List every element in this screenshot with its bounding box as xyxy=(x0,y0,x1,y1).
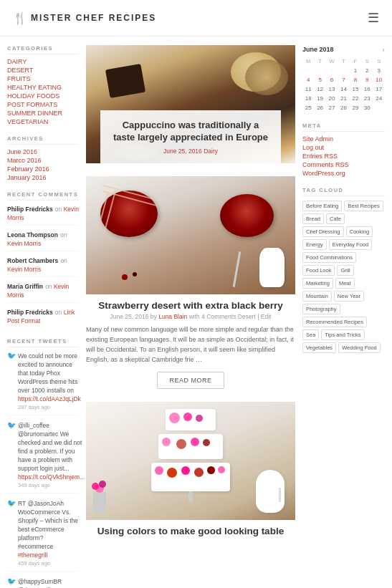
tag-recommended-recipes[interactable]: Recommended Recipes xyxy=(302,317,367,327)
tag-cooking[interactable]: Cooking xyxy=(346,226,373,237)
tag-energy[interactable]: Energy xyxy=(302,239,327,250)
meta-entries-rss[interactable]: Entries RSS xyxy=(302,153,385,160)
tag-chef-dressing[interactable]: Chef Dressing xyxy=(302,226,344,237)
tag-wedding-food[interactable]: Wedding Food xyxy=(338,342,381,353)
tag-tips-tricks[interactable]: Tips and Tricks xyxy=(321,329,364,340)
twitter-bird-icon: 🐦 xyxy=(7,352,16,410)
tag-food-combinations[interactable]: Food Combinations xyxy=(302,252,356,263)
twitter-bird-icon: 🐦 xyxy=(7,577,16,588)
tag-vegetables[interactable]: Vegetables xyxy=(302,342,336,353)
category-vegetarian[interactable]: VEGETARIAN xyxy=(7,118,79,125)
calendar-next-icon[interactable]: › xyxy=(382,45,385,54)
category-dairy[interactable]: DAIRY xyxy=(7,58,79,65)
tag-grill[interactable]: Grill xyxy=(337,265,353,276)
meta-log-out[interactable]: Log out xyxy=(302,144,385,151)
tag-cafe[interactable]: Cafe xyxy=(326,213,345,224)
tag-cloud-list: Before Eating Best Recipes Bread Cafe Ch… xyxy=(302,201,385,353)
tweet-link[interactable]: https://t.co/QVk5hnjem... xyxy=(18,473,85,481)
comment-item: Maria Griffin on Kevin Morris xyxy=(7,281,79,303)
tag-best-recipes[interactable]: Best Recipes xyxy=(344,201,383,211)
meta-site-admin[interactable]: Site Admin xyxy=(302,135,385,143)
article-1-overlay: Cappuccino was traditionally a taste lar… xyxy=(100,110,281,163)
comment-link[interactable]: Kevin Morris xyxy=(7,240,41,247)
comment-on: on xyxy=(60,257,67,264)
article-2-category[interactable]: Desert xyxy=(238,313,256,320)
tag-before-eating[interactable]: Before Eating xyxy=(302,201,342,211)
main-layout: CATEGORIES DAIRY DESERT FRUITS HEALTHY E… xyxy=(0,37,392,588)
cal-week-2: 4 5 6 7 8 9 10 xyxy=(302,75,385,85)
tag-food-look[interactable]: Food Look xyxy=(302,265,335,276)
categories-section: CATEGORIES DAIRY DESERT FRUITS HEALTHY E… xyxy=(7,45,79,125)
category-healthy[interactable]: HEALTHY EATING xyxy=(7,84,79,91)
cal-week-5: 25 26 27 28 29 30 xyxy=(302,103,385,112)
category-summer[interactable]: SUMMER DINNER xyxy=(7,110,79,117)
comment-link[interactable]: Kevin Morris xyxy=(7,266,41,273)
tweet-item: 🐦 We could not be more excited to announ… xyxy=(7,351,79,415)
tweet-link[interactable]: #themegrill xyxy=(18,551,48,559)
right-sidebar: June 2018 › M T W T F S S xyxy=(302,45,385,588)
recent-comments-title: RECENT COMMENTS xyxy=(7,191,79,201)
article-2-comments[interactable]: 4 Comments xyxy=(201,313,236,320)
tag-meat[interactable]: Meat xyxy=(335,278,355,289)
archive-marco[interactable]: Marco 2016 xyxy=(7,157,79,164)
tweet-text: @happySumBR @themegrill https://t.co/opy… xyxy=(18,578,80,588)
archives-section: ARCHIVES June 2016 Marco 2016 February 2… xyxy=(7,135,79,181)
tag-marketing[interactable]: Marketing xyxy=(302,278,333,289)
tag-mountain[interactable]: Mountain xyxy=(302,291,332,302)
category-post[interactable]: POST FORMATS xyxy=(7,101,79,108)
tweet-item: 🐦 RT @JasonJoAh WooCommerce Vs. Shopify … xyxy=(7,498,79,572)
categories-title: CATEGORIES xyxy=(7,45,79,54)
overlay-category[interactable]: Dairy xyxy=(204,148,218,155)
read-more-button[interactable]: READ MORE xyxy=(157,372,224,389)
article-2-author[interactable]: Luna Blain xyxy=(158,313,187,320)
tag-everyday-food[interactable]: Everyday Food xyxy=(329,239,372,250)
cal-header-t2: T xyxy=(338,57,349,66)
category-holiday[interactable]: HOLIDAY FOODS xyxy=(7,92,79,100)
tweet-content: @happySumBR @themegrill https://t.co/opy… xyxy=(18,577,80,588)
tweet-time: 349 days ago xyxy=(18,482,85,488)
article-1: Cappuccino was traditionally a taste lar… xyxy=(86,45,295,163)
tag-new-year[interactable]: New Year xyxy=(334,291,364,302)
recent-tweets-section: RECENT TWEETS 🐦 We could not be more exc… xyxy=(7,338,79,588)
fork-icon: 🍴 xyxy=(13,11,27,25)
twitter-bird-icon: 🐦 xyxy=(7,499,16,567)
main-content: Cappuccino was traditionally a taste lar… xyxy=(86,45,295,588)
calendar-month-title: June 2018 xyxy=(302,46,334,53)
meta-wordpress-org[interactable]: WordPress.org xyxy=(302,170,385,177)
overlay-title: Cappuccino was traditionally a taste lar… xyxy=(112,119,269,144)
comment-author: Maria Griffin xyxy=(7,283,43,290)
overlay-meta: June 25, 2016 Dairy xyxy=(112,148,269,155)
tag-bread[interactable]: Bread xyxy=(302,213,324,224)
archives-title: ARCHIVES xyxy=(7,135,79,145)
comment-on: on xyxy=(55,309,64,316)
category-fruits[interactable]: FRUITS xyxy=(7,75,79,82)
meta-section: META Site Admin Log out Entries RSS Comm… xyxy=(302,122,385,177)
archive-jan[interactable]: January 2016 xyxy=(7,174,79,181)
comment-author: Philip Fredricks xyxy=(7,206,53,213)
article-3: Using colors to make good looking table xyxy=(86,402,295,536)
article-2-date: June 25, 2016 xyxy=(110,313,149,320)
tag-cloud-title: TAG CLOUD xyxy=(302,187,385,196)
comment-item: Leona Thompson on Kevin Morris xyxy=(7,230,79,251)
tweet-item: 🐦 @happySumBR @themegrill https://t.co/o… xyxy=(7,577,79,588)
cal-header-m: M xyxy=(302,57,314,66)
left-sidebar: CATEGORIES DAIRY DESERT FRUITS HEALTHY E… xyxy=(7,45,79,588)
meta-comments-rss[interactable]: Comments RSS xyxy=(302,161,385,168)
tweet-link[interactable]: https://t.co/dAAzJqLjDk xyxy=(18,395,81,403)
tweet-text: RT @JasonJoAh WooCommerce Vs. Shopify – … xyxy=(18,500,78,559)
tweet-content: We could not be more excited to announce… xyxy=(18,351,81,410)
comment-author: Leona Thompson xyxy=(7,231,58,238)
article-1-image-wrap: Cappuccino was traditionally a taste lar… xyxy=(86,45,295,163)
archive-june[interactable]: June 2016 xyxy=(7,148,79,155)
meta-section-title: META xyxy=(302,122,385,132)
tag-cloud-section: TAG CLOUD Before Eating Best Recipes Bre… xyxy=(302,187,385,353)
tag-sea[interactable]: Sea xyxy=(302,329,319,340)
cal-header-s: S xyxy=(361,57,373,66)
comment-on: on xyxy=(60,231,67,238)
logo-area: 🍴 miSTER chef recipes xyxy=(13,11,156,25)
article-2-edit[interactable]: Edit xyxy=(261,313,272,320)
category-desert[interactable]: DESERT xyxy=(7,67,79,74)
hamburger-icon[interactable]: ☰ xyxy=(368,10,379,26)
tag-photography[interactable]: Photography xyxy=(302,304,340,314)
archive-feb[interactable]: February 2016 xyxy=(7,165,79,173)
